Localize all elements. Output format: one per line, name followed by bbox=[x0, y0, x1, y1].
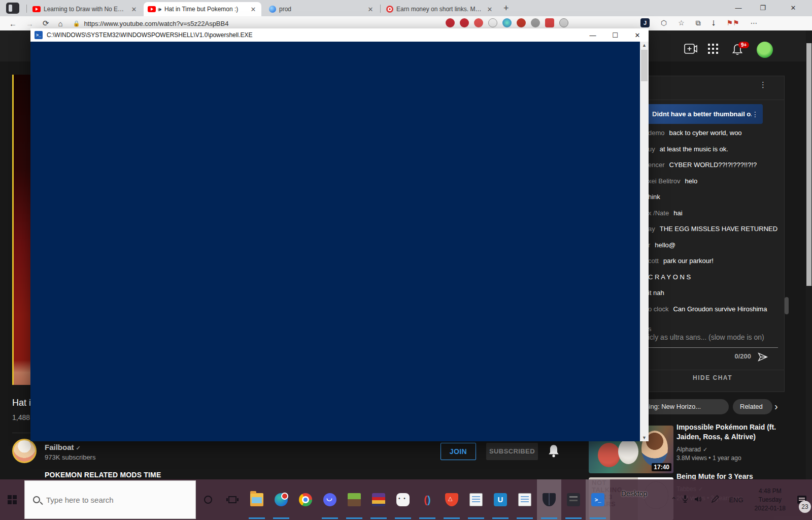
taskbar-clock[interactable]: 4:48 PM Tuesday 2022-01-18 bbox=[755, 487, 786, 513]
action-center-button[interactable]: 23 bbox=[792, 479, 812, 520]
hidden-icons-chevron-icon[interactable]: ⌃ bbox=[671, 496, 677, 504]
chat-input[interactable]: icly as ultra sans... (slow mode is on) bbox=[648, 333, 775, 341]
subscribed-button[interactable]: SUBSCRIBED bbox=[486, 443, 538, 460]
chrome-button[interactable] bbox=[293, 479, 318, 520]
new-tab-button[interactable]: + bbox=[503, 4, 509, 13]
powershell-taskbar-button[interactable]: >_ bbox=[586, 479, 610, 520]
notification-count: 23 bbox=[799, 501, 811, 513]
scroll-up-icon[interactable]: ▲ bbox=[640, 43, 649, 48]
edge-button[interactable] bbox=[269, 479, 293, 520]
browser-menu-icon[interactable]: ⋯ bbox=[751, 19, 758, 27]
speaker-icon[interactable] bbox=[694, 495, 702, 505]
powershell-titlebar[interactable]: >_ C:\WINDOWS\SYSTEM32\WINDOWSPOWERSHELL… bbox=[30, 28, 649, 42]
scroll-down-icon[interactable]: ▼ bbox=[640, 435, 649, 440]
brave-button[interactable] bbox=[439, 479, 464, 520]
notepad2-button[interactable] bbox=[513, 479, 537, 520]
chat-scrollbar[interactable] bbox=[785, 297, 789, 314]
home-icon[interactable]: ⌂ bbox=[58, 19, 63, 28]
user-avatar[interactable] bbox=[757, 42, 773, 58]
ryujinx-button[interactable]: () bbox=[415, 479, 439, 520]
pen-icon[interactable] bbox=[711, 495, 719, 505]
tab-audio-icon[interactable]: 🕪 bbox=[158, 6, 161, 13]
extension-icon[interactable] bbox=[460, 18, 469, 27]
back-icon[interactable]: ← bbox=[9, 19, 17, 28]
powershell-close-button[interactable]: ✕ bbox=[626, 31, 649, 39]
downloads-icon[interactable]: ⭣ bbox=[712, 19, 716, 27]
browser-profile-icon[interactable] bbox=[6, 3, 19, 14]
task-view-button[interactable] bbox=[220, 479, 245, 520]
tab-learning-to-draw[interactable]: Learning to Draw with No Experi ✕ bbox=[28, 2, 142, 16]
controller-app-button[interactable] bbox=[391, 479, 415, 520]
edge-icon bbox=[275, 493, 288, 506]
powershell-minimize-button[interactable]: — bbox=[582, 31, 604, 39]
tab-earn-money[interactable]: Earn money on short links. Make ✕ bbox=[382, 2, 498, 16]
chips-scroll-chevron-icon[interactable]: › bbox=[774, 401, 778, 412]
extension-icon[interactable] bbox=[531, 18, 540, 27]
forward-icon[interactable]: → bbox=[26, 19, 33, 28]
extension-icon[interactable] bbox=[502, 18, 512, 27]
pinned-menu-icon[interactable]: ⋮ bbox=[752, 110, 759, 118]
chat-text: C R A Y O N S bbox=[648, 273, 691, 281]
extension-icon[interactable] bbox=[446, 18, 455, 27]
tab-close-icon[interactable]: ✕ bbox=[486, 6, 494, 13]
filter-chip-related[interactable]: Related bbox=[733, 399, 772, 414]
cortana-icon bbox=[204, 496, 212, 504]
related-video-channel[interactable]: Alpharad✓ bbox=[676, 446, 707, 453]
extension-icon[interactable] bbox=[545, 18, 554, 27]
pinned-chat-message[interactable]: ✓ Didnt have a better thumbnail o... ⋮ bbox=[633, 104, 763, 124]
chat-menu-icon[interactable]: ⋮ bbox=[759, 83, 762, 86]
chat-input-underline bbox=[648, 347, 778, 348]
send-message-icon[interactable] bbox=[757, 351, 768, 363]
window-minimize-button[interactable]: — bbox=[731, 4, 746, 12]
powershell-scrollbar[interactable]: ▲ ▼ bbox=[640, 42, 649, 441]
window-restore-button[interactable]: ❐ bbox=[755, 4, 770, 12]
apps-grid-icon[interactable] bbox=[708, 44, 718, 56]
system-tray: ⌃ ENG 4:48 PM Tuesday 2022-01-18 23 bbox=[666, 479, 812, 520]
flags-extension-icon[interactable]: ⚑⚑ bbox=[726, 19, 739, 27]
cortana-button[interactable] bbox=[196, 479, 220, 520]
tab-hat-in-time[interactable]: 🕪 Hat in Time but Pokemon :) ✕ bbox=[144, 2, 261, 16]
utorrent-button[interactable]: U bbox=[488, 479, 513, 520]
notepad-button[interactable] bbox=[464, 479, 488, 520]
video-player[interactable] bbox=[12, 75, 30, 385]
powershell-window[interactable]: >_ C:\WINDOWS\SYSTEM32\WINDOWSPOWERSHELL… bbox=[30, 28, 649, 441]
subscription-bell-icon[interactable] bbox=[547, 444, 560, 458]
extensions-puzzle-icon[interactable]: ⬡ bbox=[661, 19, 667, 27]
extension-icon[interactable] bbox=[559, 18, 568, 27]
channel-avatar[interactable] bbox=[12, 439, 37, 463]
defender-button[interactable] bbox=[537, 479, 561, 520]
powershell-console[interactable] bbox=[30, 42, 649, 441]
refresh-icon[interactable]: ⟳ bbox=[43, 19, 49, 28]
device-app-button[interactable] bbox=[561, 479, 586, 520]
extension-icon[interactable] bbox=[474, 18, 483, 27]
collections-icon[interactable]: ⧉ bbox=[696, 19, 701, 27]
discord-button[interactable] bbox=[318, 479, 342, 520]
language-indicator[interactable]: ENG bbox=[729, 496, 743, 504]
powershell-maximize-button[interactable]: ☐ bbox=[604, 31, 626, 39]
page-scrollbar-thumb[interactable] bbox=[806, 43, 811, 286]
scrollbar-thumb[interactable] bbox=[641, 50, 648, 81]
minecraft-button[interactable] bbox=[342, 479, 366, 520]
channel-name[interactable]: Failboat✓ bbox=[45, 443, 81, 451]
window-close-button[interactable]: ✕ bbox=[786, 4, 801, 12]
start-button[interactable] bbox=[0, 479, 24, 520]
taskbar-search[interactable] bbox=[24, 480, 196, 519]
favorites-star-icon[interactable]: ☆ bbox=[678, 19, 685, 27]
microphone-icon[interactable] bbox=[681, 495, 689, 505]
address-bar[interactable]: 🔒 https://www.youtube.com/watch?v=s5z22A… bbox=[73, 20, 229, 27]
join-button[interactable]: JOIN bbox=[441, 443, 476, 460]
related-video-title[interactable]: Impossible Pokémon Raid (ft. Jaiden, Ros… bbox=[676, 422, 778, 442]
extension-j-icon[interactable]: J bbox=[640, 18, 650, 27]
winrar-button[interactable] bbox=[366, 479, 391, 520]
create-video-icon[interactable] bbox=[684, 44, 697, 56]
file-explorer-button[interactable] bbox=[245, 479, 269, 520]
extension-icon[interactable] bbox=[517, 18, 526, 27]
tab-prod[interactable]: prod ✕ bbox=[265, 2, 379, 16]
tab-close-icon[interactable]: ✕ bbox=[130, 6, 138, 13]
tab-close-icon[interactable]: ✕ bbox=[366, 6, 375, 13]
tab-close-icon[interactable]: ✕ bbox=[249, 6, 257, 13]
chat-message-list[interactable]: demoback to cyber world, woo uyat least … bbox=[648, 125, 781, 318]
hide-chat-button[interactable]: HIDE CHAT bbox=[640, 374, 785, 381]
cursor-extension-icon[interactable] bbox=[488, 18, 497, 27]
search-input[interactable] bbox=[46, 496, 173, 504]
